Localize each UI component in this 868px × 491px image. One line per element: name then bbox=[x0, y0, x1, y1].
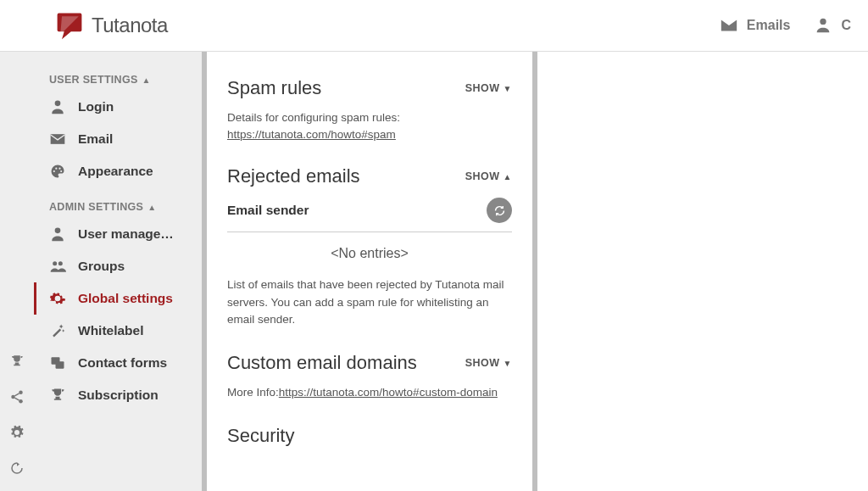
person-icon bbox=[814, 16, 832, 35]
sidebar-heading-user[interactable]: USER SETTINGS ▲ bbox=[34, 69, 202, 91]
sidebar-item-label: Appearance bbox=[78, 164, 153, 179]
wand-icon bbox=[49, 322, 66, 339]
sidebar-item-whitelabel[interactable]: Whitelabel bbox=[34, 315, 202, 347]
section-title: Security bbox=[227, 425, 294, 447]
right-panel bbox=[537, 52, 868, 491]
sidebar-item-groups[interactable]: Groups bbox=[34, 250, 202, 282]
nav-contacts-label: C bbox=[841, 18, 851, 33]
sidebar-item-subscription[interactable]: Subscription bbox=[34, 379, 202, 411]
person-icon bbox=[49, 98, 66, 115]
spam-desc: Details for configuring spam rules: bbox=[227, 109, 512, 126]
forms-icon bbox=[49, 354, 66, 371]
svg-point-4 bbox=[55, 101, 61, 107]
svg-point-7 bbox=[58, 168, 60, 170]
svg-point-8 bbox=[60, 170, 62, 172]
caret-up-icon: ▲ bbox=[142, 75, 151, 85]
svg-point-2 bbox=[11, 395, 15, 399]
sidebar-item-label: Groups bbox=[78, 259, 125, 274]
caret-up-icon: ▲ bbox=[147, 203, 156, 212]
gear-icon bbox=[9, 425, 25, 440]
nav-emails[interactable]: Emails bbox=[720, 16, 791, 35]
mail-icon bbox=[720, 16, 738, 35]
rail-share[interactable] bbox=[0, 379, 34, 415]
section-title: Spam rules bbox=[227, 77, 321, 99]
sidebar-item-appearance[interactable]: Appearance bbox=[34, 155, 202, 187]
logo-text: Tutanota bbox=[92, 14, 168, 37]
sidebar-item-label: Global settings bbox=[78, 291, 173, 306]
rail-logout[interactable] bbox=[0, 450, 34, 486]
caret-down-icon: ▼ bbox=[504, 359, 512, 368]
refresh-button[interactable] bbox=[487, 198, 512, 223]
share-icon bbox=[9, 389, 25, 405]
sidebar-item-login[interactable]: Login bbox=[34, 91, 202, 123]
palette-icon bbox=[49, 163, 66, 180]
logout-icon bbox=[9, 460, 25, 476]
gear-icon bbox=[49, 290, 66, 307]
email-sender-header: Email sender bbox=[227, 203, 309, 218]
sidebar-item-user-management[interactable]: User manage… bbox=[34, 218, 202, 250]
show-toggle-custom[interactable]: SHOW ▼ bbox=[465, 357, 512, 369]
svg-point-9 bbox=[55, 228, 61, 234]
nav-emails-label: Emails bbox=[747, 18, 791, 33]
trophy-icon bbox=[49, 387, 66, 404]
nav-contacts[interactable]: C bbox=[814, 16, 851, 35]
sidebar-item-global-settings[interactable]: Global settings bbox=[34, 282, 202, 315]
section-title: Custom email domains bbox=[227, 352, 417, 374]
logo[interactable]: Tutanota bbox=[54, 10, 168, 41]
sidebar-item-contact-forms[interactable]: Contact forms bbox=[34, 347, 202, 379]
section-rejected-emails: Rejected emails SHOW ▲ Email sender <No … bbox=[227, 165, 512, 328]
section-security: Security bbox=[227, 425, 512, 447]
svg-point-0 bbox=[821, 19, 826, 25]
person-icon bbox=[49, 226, 66, 243]
logo-icon bbox=[54, 10, 85, 41]
section-spam-rules: Spam rules SHOW ▼ Details for configurin… bbox=[227, 77, 512, 142]
section-title: Rejected emails bbox=[227, 165, 360, 187]
show-toggle-rejected[interactable]: SHOW ▲ bbox=[465, 170, 512, 182]
svg-point-10 bbox=[53, 261, 57, 265]
show-toggle-spam[interactable]: SHOW ▼ bbox=[465, 82, 512, 94]
left-rail bbox=[0, 52, 34, 491]
no-entries-text: <No entries> bbox=[227, 246, 512, 261]
svg-rect-13 bbox=[56, 361, 64, 368]
svg-point-1 bbox=[19, 391, 23, 395]
sidebar-section-user: USER SETTINGS ▲ Login Email Appearance bbox=[34, 69, 202, 187]
svg-point-11 bbox=[58, 261, 63, 265]
sidebar-heading-admin[interactable]: ADMIN SETTINGS ▲ bbox=[34, 196, 202, 218]
caret-down-icon: ▼ bbox=[504, 84, 512, 93]
sidebar-item-email[interactable]: Email bbox=[34, 123, 202, 155]
trophy-icon bbox=[9, 354, 25, 369]
sidebar-item-label: Whitelabel bbox=[78, 323, 144, 338]
sidebar-item-label: Email bbox=[78, 131, 113, 147]
sidebar-item-label: Contact forms bbox=[78, 355, 167, 371]
caret-up-icon: ▲ bbox=[504, 172, 512, 181]
app-body: USER SETTINGS ▲ Login Email Appearance A… bbox=[0, 51, 868, 491]
app-header: Tutanota Emails C bbox=[0, 0, 868, 51]
refresh-icon bbox=[493, 204, 506, 217]
custom-desc: More Info:https://tutanota.com/howto#cus… bbox=[227, 384, 512, 401]
sidebar-item-label: Subscription bbox=[78, 388, 159, 403]
rejected-help-text: List of emails that have been rejected b… bbox=[227, 276, 512, 328]
custom-link[interactable]: https://tutanota.com/howto#custom-domain bbox=[279, 384, 498, 401]
sidebar-item-label: Login bbox=[78, 99, 114, 114]
sidebar-item-label: User manage… bbox=[78, 226, 174, 242]
content: Spam rules SHOW ▼ Details for configurin… bbox=[207, 52, 868, 491]
rail-settings[interactable] bbox=[0, 415, 34, 450]
rail-trophy[interactable] bbox=[0, 343, 34, 379]
spam-link[interactable]: https://tutanota.com/howto#spam bbox=[227, 128, 396, 141]
header-nav: Emails C bbox=[720, 16, 851, 35]
main-panel: Spam rules SHOW ▼ Details for configurin… bbox=[207, 52, 532, 491]
svg-point-3 bbox=[19, 399, 23, 404]
section-custom-domains: Custom email domains SHOW ▼ More Info:ht… bbox=[227, 352, 512, 401]
mail-icon bbox=[49, 131, 66, 148]
group-icon bbox=[49, 258, 66, 275]
svg-point-5 bbox=[53, 170, 55, 172]
sidebar: USER SETTINGS ▲ Login Email Appearance A… bbox=[34, 52, 202, 491]
sidebar-section-admin: ADMIN SETTINGS ▲ User manage… Groups Glo… bbox=[34, 196, 202, 411]
svg-point-6 bbox=[55, 168, 57, 170]
